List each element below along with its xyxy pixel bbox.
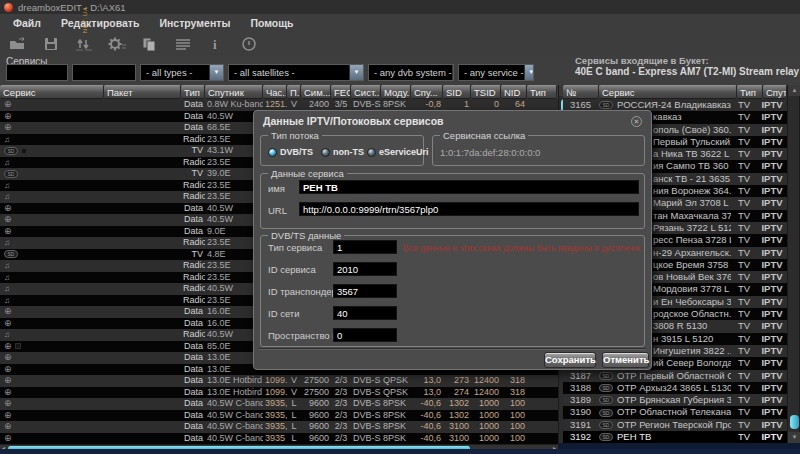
service-row[interactable]: ⊕Data40.5W C-band ...3935,...L96002/3DVB… [0,421,558,433]
data-icon: ⊕ [4,434,12,443]
filter-satellites-value: - all satellites - [234,67,295,78]
column-header-6[interactable]: Сим... [301,85,331,99]
cell: 3935,... [263,421,287,433]
radio-icon: ♫ [4,261,10,270]
menu-help[interactable]: Помощь [240,17,303,29]
column-header-9[interactable]: Моду... [381,85,411,99]
scroll-up-icon[interactable]: ▲ [788,85,800,96]
column-header-0[interactable]: Сервис [0,85,104,99]
cell: Data [181,122,205,134]
right-vertical-scrollbar[interactable]: ▲ ▼ [787,85,800,443]
bouquet-service-row[interactable]: 3191SDОТР Регион Тверской Прос...TVIPTV [563,419,787,431]
dvb-field-input-2[interactable] [333,284,397,298]
data-icon: ⊕ [4,388,12,397]
column-header-10[interactable]: Спу... [411,85,443,99]
open-file-icon[interactable] [5,34,30,54]
cell: Data [181,364,205,376]
menu-tools[interactable]: Инструменты [149,17,240,29]
service-row[interactable]: ⊕Data40.5W C-band ...3935,...L96002/3DVB… [0,410,558,422]
cell: 0 [471,99,501,111]
column-header-11[interactable]: SID [443,85,471,99]
service-icons: ♫ [0,260,36,272]
data-icon: ⊕ [4,100,12,109]
service-url-input[interactable] [299,202,639,216]
menu-edit[interactable]: Редактировать [51,17,150,29]
cancel-button[interactable]: Отменить [602,352,649,368]
about-icon[interactable] [236,34,261,54]
column-header-2[interactable]: Тип [737,85,763,99]
column-header-1[interactable]: Пакет [104,85,181,99]
bouquet-name: 40E C band - Express AM7 (T2-MI) Stream … [575,66,799,77]
filter-service-dropdown[interactable]: - any service - ▼ [458,64,534,81]
service-row[interactable]: ⊕Data13.0E Hotbird ...1099...V275002/3DV… [0,375,558,387]
cell [36,398,104,410]
radio-dvb-ts[interactable]: DVB/TS [268,147,313,157]
filter-dvb-system-dropdown[interactable]: - any dvb system - ▼ [368,64,454,81]
service-icons: ⊕ [0,352,36,364]
radio-icon[interactable] [321,148,330,157]
column-header-14[interactable]: Тип [527,85,557,99]
radio-eserviceuri[interactable]: eServiceUri [367,147,429,157]
settings-gear-icon[interactable] [104,34,129,54]
cell: 2400 [301,99,331,111]
column-header-4[interactable]: Час... [263,85,287,99]
save-icon[interactable] [38,34,63,54]
close-icon[interactable]: ✕ [631,116,642,127]
service-row[interactable]: ⊕Data40.5W C-band3935L96002/3DVB-S28PSK-… [0,433,558,445]
column-header-1[interactable]: Сервис [599,85,737,99]
column-header-13[interactable]: NID [501,85,527,99]
dvb-field-input-4[interactable] [333,328,397,342]
column-header-12[interactable]: TSID [471,85,501,99]
service-system: IPTV [757,283,787,295]
info-icon[interactable]: i [203,34,228,54]
bouquet-service-row[interactable]: 3192SDРЕН ТВTVIPTV [563,431,787,443]
filter-satellites-dropdown[interactable]: - all satellites - ▼ [228,64,364,81]
bouquet-service-row[interactable]: 3187SDОТР Первый Областной Ор...TVIPTV [563,370,787,382]
column-header-3[interactable]: Спутник [205,85,263,99]
column-header-3[interactable]: Спут... [763,85,787,99]
filter-text-input-2[interactable] [72,64,136,81]
menu-file[interactable]: Файл [3,17,51,29]
save-button[interactable]: Сохранить [544,352,596,368]
scroll-down-icon[interactable]: ▼ [788,432,800,443]
cell: Radio [181,272,205,284]
column-header-0[interactable]: № [563,85,599,99]
chevron-down-icon[interactable]: ▼ [524,65,534,80]
bouquet-service-row[interactable]: 3190SDОТР Областной Телеканал ...TVIPTV [563,406,787,418]
bouquet-service-row[interactable]: 3189SDОТР Брянская Губерния 387...TVIPTV [563,394,787,406]
data-icon: ⊕ [4,399,12,408]
service-row[interactable]: ⊕Data0.8W Ku-band ...1251...V24003/5DVB-… [0,99,558,111]
transfer-icon[interactable] [71,34,96,54]
service-row[interactable]: ⊕Data40.5W C-band ...3935,...L96002/3DVB… [0,398,558,410]
chevron-down-icon[interactable]: ▼ [452,65,454,80]
column-header-7[interactable]: FEC [331,85,351,99]
filter-service-value: - any service - [464,67,524,78]
cell [36,237,104,249]
cell: 13,0 [411,375,443,387]
list-icon[interactable] [170,34,195,54]
right-scrollbar-thumb[interactable] [790,415,799,429]
filter-types-dropdown[interactable]: - all types - ▼ [140,64,224,81]
dvb-field-label-3: ID сети [268,308,300,319]
copy-icon[interactable] [137,34,162,54]
radio-icon[interactable] [367,148,376,157]
service-name-input[interactable] [299,180,639,194]
service-row[interactable]: ⊕Data13.0E Hotbird ...1099...V275002/3DV… [0,387,558,399]
dvb-field-input-3[interactable] [333,306,397,320]
column-header-8[interactable]: Сист... [351,85,381,99]
service-icons: ⊕ [0,410,36,422]
chevron-down-icon[interactable]: ▼ [349,65,363,80]
radio-non-ts[interactable]: non-TS [321,147,364,157]
column-header-5[interactable]: П... [287,85,301,99]
cell: 9600 [301,433,331,445]
cell: Data [181,99,205,111]
name-field-label: имя [268,183,285,194]
radio-selected-icon[interactable] [268,148,277,157]
dvb-field-input-1[interactable] [333,262,397,276]
chevron-down-icon[interactable]: ▼ [209,65,223,80]
bouquet-service-row[interactable]: 3188SDОТР Архыз24 3865 L 5130TVIPTV [563,382,787,394]
filter-text-input-1[interactable] [6,64,68,81]
cell: 100 [501,421,527,433]
column-header-2[interactable]: Тип [181,85,205,99]
dvb-field-input-0[interactable] [333,240,397,254]
